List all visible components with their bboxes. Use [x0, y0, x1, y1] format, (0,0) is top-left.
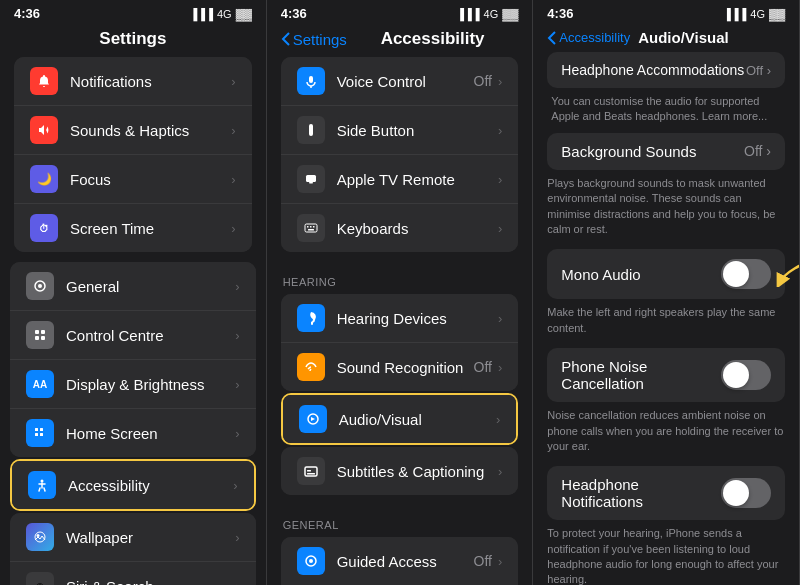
settings-item-wallpaper[interactable]: Wallpaper ›	[10, 513, 256, 562]
siri-icon: ◉	[26, 572, 54, 585]
wallpaper-icon	[26, 523, 54, 551]
acc-group-1: Voice Control Off › Side Button › Apple …	[281, 57, 519, 252]
chevron-keyboards: ›	[498, 221, 502, 236]
settings-item-siri[interactable]: ◉ Siri & Search ›	[10, 562, 256, 585]
settings-item-sounds[interactable]: Sounds & Haptics ›	[14, 106, 252, 155]
sound-recognition-value: Off	[474, 359, 492, 375]
bg-sounds-value: Off ›	[744, 143, 771, 159]
chevron-notifications: ›	[231, 74, 235, 89]
settings-item-focus[interactable]: 🌙 Focus ›	[14, 155, 252, 204]
apple-tv-label: Apple TV Remote	[337, 171, 498, 188]
back-button-2[interactable]: Settings	[281, 31, 347, 48]
chevron-subtitles: ›	[498, 464, 502, 479]
chevron-control: ›	[235, 328, 239, 343]
svg-rect-25	[309, 182, 313, 184]
signal-icon-3: ▐▐▐	[723, 8, 746, 20]
svg-rect-7	[40, 428, 43, 431]
mono-audio-toggle[interactable]	[721, 259, 771, 289]
chevron-wallpaper: ›	[235, 530, 239, 545]
audio-visual-label: Audio/Visual	[339, 411, 496, 428]
notifications-icon	[30, 67, 58, 95]
screentime-icon: ⏱	[30, 214, 58, 242]
acc-item-subtitles[interactable]: Subtitles & Captioning ›	[281, 447, 519, 495]
battery-icon-3: ▓▓	[769, 8, 785, 20]
siri-label: Siri & Search	[66, 578, 235, 586]
display-icon: AA	[26, 370, 54, 398]
status-time-3: 4:36	[547, 6, 573, 21]
acc-item-hearing[interactable]: Hearing Devices ›	[281, 294, 519, 343]
bg-sounds-row[interactable]: Background Sounds Off ›	[547, 133, 785, 170]
homescreen-icon	[26, 419, 54, 447]
subtitles-icon	[297, 457, 325, 485]
headphone-notif-toggle[interactable]	[721, 478, 771, 508]
settings-list-1: Notifications › Sounds & Haptics › 🌙 Foc…	[0, 57, 266, 585]
status-icons-2: ▐▐▐ 4G ▓▓	[456, 8, 518, 20]
chevron-siri: ›	[235, 579, 239, 586]
acc-item-guided-access[interactable]: Guided Access Off ›	[281, 537, 519, 585]
chevron-apple-tv: ›	[498, 172, 502, 187]
screentime-label: Screen Time	[70, 220, 231, 237]
settings-item-control[interactable]: Control Centre ›	[10, 311, 256, 360]
svg-rect-2	[35, 330, 39, 334]
audio-visual-highlight-box: Audio/Visual ›	[281, 393, 519, 445]
settings-item-display[interactable]: AA Display & Brightness ›	[10, 360, 256, 409]
mono-audio-knob	[723, 261, 749, 287]
svg-rect-30	[308, 229, 314, 231]
general-section-header: GENERAL	[267, 505, 533, 537]
wifi-icon-1: 4G	[217, 8, 232, 20]
acc-item-apple-tv[interactable]: Apple TV Remote ›	[281, 155, 519, 204]
status-time-1: 4:36	[14, 6, 40, 21]
settings-item-general[interactable]: General ›	[10, 262, 256, 311]
headphone-notif-desc: To protect your hearing, iPhone sends a …	[547, 526, 785, 585]
chevron-general: ›	[235, 279, 239, 294]
guided-access-value: Off	[474, 553, 492, 569]
side-button-label: Side Button	[337, 122, 498, 139]
acc-group-general: Guided Access Off › Siri › Accessibility…	[281, 537, 519, 585]
acc-item-voice-control[interactable]: Voice Control Off ›	[281, 57, 519, 106]
homescreen-label: Home Screen	[66, 425, 235, 442]
wallpaper-label: Wallpaper	[66, 529, 235, 546]
back-label-2: Settings	[293, 31, 347, 48]
chevron-audio-visual: ›	[496, 412, 500, 427]
acc-item-audio-visual[interactable]: Audio/Visual ›	[283, 395, 517, 443]
svg-rect-29	[313, 226, 315, 228]
acc-item-sound-recognition[interactable]: Sound Recognition Off ›	[281, 343, 519, 391]
settings-item-accessibility[interactable]: Accessibility ›	[12, 461, 254, 509]
svg-rect-28	[310, 226, 312, 228]
guided-access-label: Guided Access	[337, 553, 474, 570]
svg-point-10	[41, 480, 44, 483]
settings-item-homescreen[interactable]: Home Screen ›	[10, 409, 256, 457]
chevron-sound-recognition: ›	[498, 360, 502, 375]
keyboards-icon	[297, 214, 325, 242]
chevron-voice-control: ›	[498, 74, 502, 89]
settings-group-main-bottom: Wallpaper › ◉ Siri & Search › Face ID & …	[10, 513, 256, 585]
acc-item-side-button[interactable]: Side Button ›	[281, 106, 519, 155]
acc-item-keyboards[interactable]: Keyboards ›	[281, 204, 519, 252]
network-3: 4G	[750, 8, 765, 20]
chevron-homescreen: ›	[235, 426, 239, 441]
settings-group-top: Notifications › Sounds & Haptics › 🌙 Foc…	[14, 57, 252, 252]
svg-rect-23	[309, 124, 313, 136]
headphone-accomm-row[interactable]: Headphone Accommodations Off ›	[547, 52, 785, 88]
guided-access-icon	[297, 547, 325, 575]
settings-item-screentime[interactable]: ⏱ Screen Time ›	[14, 204, 252, 252]
svg-rect-5	[41, 336, 45, 340]
voice-control-icon	[297, 67, 325, 95]
svg-rect-6	[35, 428, 38, 431]
sounds-icon	[30, 116, 58, 144]
settings-item-notifications[interactable]: Notifications ›	[14, 57, 252, 106]
svg-rect-27	[307, 226, 309, 228]
accessibility-list: Voice Control Off › Side Button › Apple …	[267, 57, 533, 585]
panel-audio-visual: 4:36 ▐▐▐ 4G ▓▓ Accessibility Audio/Visua…	[533, 0, 800, 585]
chevron-side-button: ›	[498, 123, 502, 138]
headphone-notif-knob	[723, 480, 749, 506]
accessibility-label: Accessibility	[68, 477, 233, 494]
back-button-3[interactable]: Accessibility	[547, 30, 630, 46]
keyboards-label: Keyboards	[337, 220, 498, 237]
subtitles-label: Subtitles & Captioning	[337, 463, 498, 480]
network-2: 4G	[484, 8, 499, 20]
phone-noise-toggle[interactable]	[721, 360, 771, 390]
headphone-notif-label: Headphone Notifications	[561, 476, 721, 510]
control-label: Control Centre	[66, 327, 235, 344]
focus-icon: 🌙	[30, 165, 58, 193]
